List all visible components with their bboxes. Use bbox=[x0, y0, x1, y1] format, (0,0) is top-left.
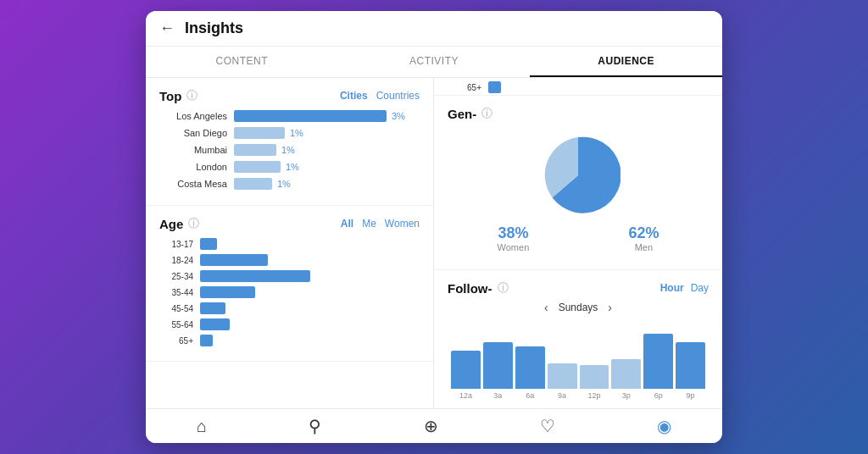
age-bar bbox=[200, 302, 225, 314]
bottom-nav: ⌂ ⚲ ⊕ ♡ ◉ bbox=[146, 408, 722, 443]
location-name: Costa Mesa bbox=[159, 179, 227, 189]
gender-pie-chart bbox=[536, 133, 620, 218]
location-bar bbox=[234, 178, 272, 190]
back-button[interactable]: ← bbox=[159, 19, 175, 37]
age-range-label: 18-24 bbox=[159, 256, 193, 265]
location-bar bbox=[234, 161, 281, 173]
filter-me[interactable]: Me bbox=[362, 218, 376, 230]
location-name: San Diego bbox=[159, 128, 227, 138]
women-pct: 38% bbox=[498, 224, 530, 242]
women-stat: 38% Women bbox=[498, 224, 530, 252]
time-label-6p: 6p bbox=[643, 391, 673, 400]
follow-bar-6a bbox=[515, 346, 545, 389]
location-pct: 3% bbox=[392, 111, 409, 121]
day-navigation: ‹ Sundays › bbox=[448, 301, 709, 314]
list-item: 55-64 bbox=[159, 318, 420, 330]
follow-bar-6p bbox=[643, 334, 673, 389]
tab-audience[interactable]: AUDIENCE bbox=[530, 47, 722, 77]
follow-bar-12a bbox=[451, 351, 481, 389]
current-day-label: Sundays bbox=[559, 302, 598, 313]
age-range-label: 55-64 bbox=[159, 320, 193, 329]
location-name: Los Angeles bbox=[159, 111, 227, 121]
time-label-12p: 12p bbox=[580, 391, 609, 400]
filter-all[interactable]: All bbox=[341, 218, 353, 230]
bar-container: 3% bbox=[234, 110, 420, 122]
next-day-button[interactable]: › bbox=[608, 301, 612, 314]
age-bar bbox=[200, 238, 217, 250]
bar-wrap bbox=[515, 346, 545, 389]
phone-container: ← Insights CONTENT ACTIVITY AUDIENCE Top… bbox=[146, 11, 722, 443]
follow-bar-chart bbox=[448, 321, 709, 389]
list-item: San Diego 1% bbox=[159, 127, 420, 139]
filter-day[interactable]: Day bbox=[691, 282, 709, 294]
follow-bar-3a bbox=[483, 342, 513, 389]
follow-info-icon[interactable]: ⓘ bbox=[498, 280, 509, 296]
list-item: 13-17 bbox=[159, 238, 420, 250]
age-range-label: 13-17 bbox=[159, 240, 193, 249]
tab-activity[interactable]: ACTIVITY bbox=[338, 47, 531, 77]
bar-wrap bbox=[611, 359, 641, 389]
gender-info-icon[interactable]: ⓘ bbox=[481, 106, 492, 121]
profile-nav-icon[interactable]: ◉ bbox=[657, 416, 671, 436]
location-pct: 1% bbox=[281, 145, 298, 155]
filter-countries[interactable]: Countries bbox=[376, 90, 420, 102]
age-bar bbox=[200, 270, 310, 282]
time-label-3p: 3p bbox=[611, 391, 641, 400]
bar-wrap bbox=[580, 365, 609, 389]
list-item: 65+ bbox=[159, 335, 420, 346]
top-age-overflow: 65+ bbox=[434, 78, 722, 96]
location-bars: Los Angeles 3% San Diego 1% bbox=[159, 110, 420, 190]
content-area: Top ⓘ Cities Countries Los Angeles 3% bbox=[146, 78, 722, 408]
age-bar bbox=[488, 81, 501, 93]
list-item: 45-54 bbox=[159, 302, 420, 314]
age-bar bbox=[200, 318, 230, 330]
bar-wrap bbox=[676, 342, 705, 389]
prev-day-button[interactable]: ‹ bbox=[544, 301, 548, 314]
age-bar bbox=[200, 254, 268, 266]
list-item: 25-34 bbox=[159, 270, 420, 282]
tab-content[interactable]: CONTENT bbox=[146, 47, 338, 77]
follow-bar-9a bbox=[548, 363, 577, 389]
right-panel: 65+ Gen- ⓘ bbox=[434, 78, 722, 408]
age-range-label: 65+ bbox=[448, 83, 481, 92]
top-info-icon[interactable]: ⓘ bbox=[186, 88, 198, 103]
list-item: Mumbai 1% bbox=[159, 144, 420, 156]
time-label-9p: 9p bbox=[676, 391, 705, 400]
location-bar bbox=[234, 127, 285, 139]
bar-container: 1% bbox=[234, 161, 420, 173]
gender-header: Gen- ⓘ bbox=[448, 106, 709, 121]
list-item: 35-44 bbox=[159, 286, 420, 298]
time-labels: 12a 3a 6a 9a 12p 3p 6p 9p bbox=[448, 389, 709, 400]
time-label-6a: 6a bbox=[515, 391, 545, 400]
home-nav-icon[interactable]: ⌂ bbox=[197, 417, 207, 436]
add-nav-icon[interactable]: ⊕ bbox=[424, 416, 438, 436]
followers-section: Follow- ⓘ Hour Day ‹ Sundays › bbox=[434, 270, 722, 408]
age-bar bbox=[200, 286, 255, 298]
top-section-title: Top bbox=[159, 89, 181, 103]
follow-title-group: Follow- ⓘ bbox=[448, 280, 509, 296]
tabs-bar: CONTENT ACTIVITY AUDIENCE bbox=[146, 47, 722, 78]
filter-cities[interactable]: Cities bbox=[340, 90, 368, 102]
bar-container: 1% bbox=[234, 178, 420, 190]
list-item: Costa Mesa 1% bbox=[159, 178, 420, 190]
bar-wrap bbox=[548, 363, 577, 389]
likes-nav-icon[interactable]: ♡ bbox=[540, 416, 555, 436]
men-label: Men bbox=[628, 242, 659, 252]
age-range-label: 25-34 bbox=[159, 272, 193, 281]
age-section-title: Age bbox=[159, 217, 183, 231]
gender-section-title: Gen- bbox=[448, 107, 476, 121]
age-range-label: 45-54 bbox=[159, 304, 193, 313]
list-item: 65+ bbox=[448, 81, 709, 93]
follow-bar-12p bbox=[580, 365, 609, 389]
age-info-icon[interactable]: ⓘ bbox=[188, 216, 199, 231]
page-title: Insights bbox=[185, 19, 243, 37]
filter-hour[interactable]: Hour bbox=[660, 282, 684, 294]
filter-women[interactable]: Women bbox=[385, 218, 420, 230]
location-name: Mumbai bbox=[159, 145, 227, 155]
bar-wrap bbox=[451, 351, 481, 389]
list-item: London 1% bbox=[159, 161, 420, 173]
left-panel: Top ⓘ Cities Countries Los Angeles 3% bbox=[146, 78, 434, 408]
top-locations-section: Top ⓘ Cities Countries Los Angeles 3% bbox=[146, 78, 433, 206]
search-nav-icon[interactable]: ⚲ bbox=[309, 416, 321, 436]
follow-header: Follow- ⓘ Hour Day bbox=[448, 280, 709, 296]
